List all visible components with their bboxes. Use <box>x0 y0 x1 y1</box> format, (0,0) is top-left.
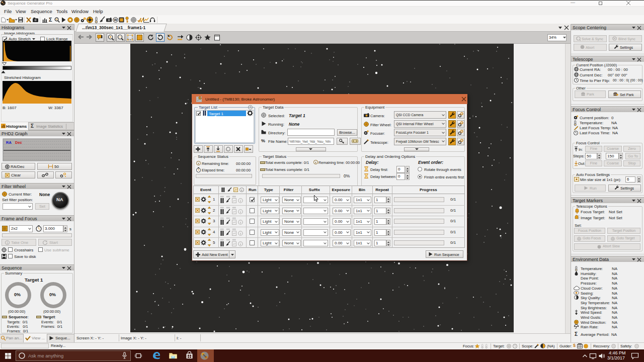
svg-text:W: W <box>114 18 117 22</box>
svg-text:1: 1 <box>7 241 9 244</box>
svg-text:Dec: Dec <box>15 140 22 145</box>
svg-text:RA: RA <box>6 140 12 145</box>
